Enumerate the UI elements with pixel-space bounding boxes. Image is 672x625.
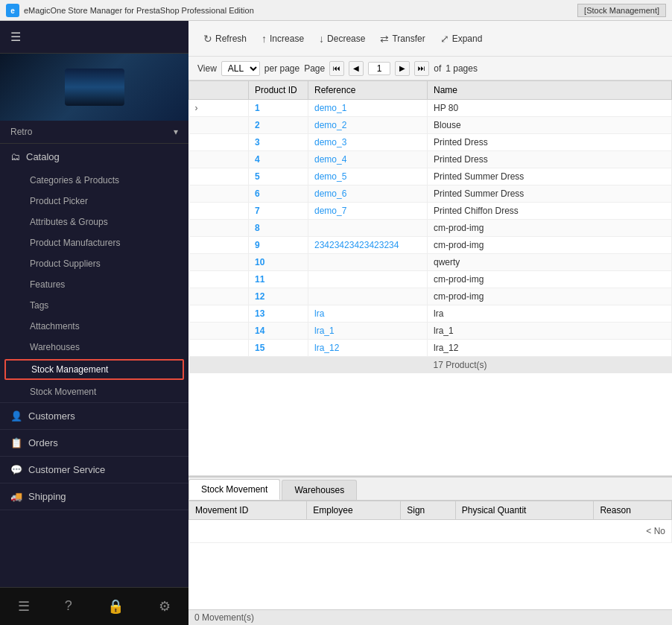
theme-selector[interactable]: Retro ▾ — [0, 121, 188, 144]
decrease-icon: ↓ — [319, 33, 324, 45]
per-page-select[interactable]: ALL 10 20 50 — [221, 61, 260, 76]
last-page-button[interactable]: ⏭ — [414, 61, 429, 76]
orders-icon: 📋 — [10, 437, 22, 448]
catalog-header[interactable]: 🗂 Catalog — [0, 144, 188, 170]
sidebar-item-stock-management[interactable]: Stock Management — [4, 359, 184, 380]
sidebar-item-attributes-groups[interactable]: Attributes & Groups — [0, 212, 188, 232]
sidebar-header: ☰ — [0, 21, 188, 54]
col-product-id — [189, 81, 249, 100]
table-row[interactable]: 10qwerty — [189, 254, 672, 271]
cell-reference: 23423423423423234 — [308, 237, 428, 254]
table-row[interactable]: 12cm-prod-img — [189, 288, 672, 305]
cell-reference: demo_2 — [308, 117, 428, 134]
table-row[interactable]: 14lra_1lra_1 — [189, 323, 672, 340]
sidebar-section-customers: 👤 Customers — [0, 403, 188, 430]
cell-name: Printed Summer Dress — [428, 168, 672, 185]
shipping-header[interactable]: 🚚 Shipping — [0, 483, 188, 510]
sidebar-item-product-manufacturers[interactable]: Product Manufacturers — [0, 232, 188, 253]
col-name: Name — [428, 81, 672, 100]
sidebar-bottom: ☰ ? 🔒 ⚙ — [0, 587, 188, 625]
sidebar-item-stock-movement[interactable]: Stock Movement — [0, 381, 188, 402]
bottom-settings-icon[interactable]: ⚙ — [153, 595, 177, 618]
shipping-icon: 🚚 — [10, 491, 22, 502]
page-input[interactable] — [368, 62, 390, 75]
increase-button[interactable]: ↑ Increase — [256, 30, 310, 48]
transfer-button[interactable]: ⇄ Transfer — [374, 30, 431, 48]
decrease-button[interactable]: ↓ Decrease — [313, 30, 371, 48]
table-row[interactable]: 6demo_6Printed Summer Dress — [189, 185, 672, 203]
expand-cell — [189, 323, 249, 340]
table-row[interactable]: 11cm-prod-img — [189, 271, 672, 288]
product-table-area: Product ID Reference Name ›1demo_1HP 802… — [188, 80, 672, 476]
of-label: of — [434, 63, 441, 74]
shipping-label: Shipping — [28, 491, 66, 502]
tab-warehouses[interactable]: Warehouses — [282, 480, 357, 500]
prev-page-button[interactable]: ◀ — [349, 61, 364, 76]
expand-row-icon[interactable]: › — [195, 103, 198, 113]
expand-cell — [189, 220, 249, 237]
cell-product-id: 2 — [249, 117, 308, 134]
expand-icon: ⤢ — [440, 33, 449, 45]
cell-reference: demo_4 — [308, 151, 428, 168]
tab-stock-movement[interactable]: Stock Movement — [188, 479, 280, 500]
customers-header[interactable]: 👤 Customers — [0, 403, 188, 429]
total-pages: 1 pages — [446, 63, 478, 74]
refresh-button[interactable]: ↻ Refresh — [197, 30, 253, 48]
bottom-table-area: Movement ID Employee Sign Physical Quant… — [188, 501, 672, 609]
cell-name: cm-prod-img — [428, 237, 672, 254]
cell-product-id: 4 — [249, 151, 308, 168]
sidebar-item-attachments[interactable]: Attachments — [0, 316, 188, 337]
col-physical-quantity: Physical Quantit — [455, 501, 594, 520]
table-row[interactable]: 4demo_4Printed Dress — [189, 151, 672, 168]
cell-reference: lra — [308, 305, 428, 323]
first-page-button[interactable]: ⏮ — [329, 61, 344, 76]
view-label: View — [197, 63, 217, 74]
expand-cell — [189, 271, 249, 288]
table-row[interactable]: 5demo_5Printed Summer Dress — [189, 168, 672, 185]
hamburger-icon[interactable]: ☰ — [10, 30, 21, 44]
cell-name: cm-prod-img — [428, 288, 672, 305]
table-row[interactable]: 923423423423423234cm-prod-img — [189, 237, 672, 254]
bottom-lock-icon[interactable]: 🔒 — [101, 595, 130, 618]
sidebar-item-features[interactable]: Features — [0, 274, 188, 295]
expand-cell: › — [189, 100, 249, 117]
sidebar-item-product-picker[interactable]: Product Picker — [0, 191, 188, 212]
cell-name: lra_1 — [428, 323, 672, 340]
expand-cell — [189, 305, 249, 323]
orders-label: Orders — [28, 437, 58, 448]
cell-product-id: 12 — [249, 288, 308, 305]
svg-text:e: e — [10, 7, 15, 15]
bottom-menu-icon[interactable]: ☰ — [12, 595, 36, 618]
cell-reference: demo_5 — [308, 168, 428, 185]
expand-cell — [189, 340, 249, 357]
table-row[interactable]: 3demo_3Printed Dress — [189, 134, 672, 151]
cell-reference — [308, 271, 428, 288]
next-page-button[interactable]: ▶ — [395, 61, 410, 76]
cell-product-id: 5 — [249, 168, 308, 185]
cell-name: Printed Dress — [428, 151, 672, 168]
table-row[interactable]: 7demo_7Printed Chiffon Dress — [189, 203, 672, 220]
cell-name: HP 80 — [428, 100, 672, 117]
cell-product-id: 3 — [249, 134, 308, 151]
orders-header[interactable]: 📋 Orders — [0, 430, 188, 456]
bottom-help-icon[interactable]: ? — [59, 595, 78, 618]
table-row[interactable]: ›1demo_1HP 80 — [189, 100, 672, 117]
col-movement-id: Movement ID — [189, 501, 307, 520]
sidebar-item-product-suppliers[interactable]: Product Suppliers — [0, 253, 188, 274]
table-row[interactable]: 2demo_2Blouse — [189, 117, 672, 134]
sidebar-item-tags[interactable]: Tags — [0, 295, 188, 316]
table-row[interactable]: 8cm-prod-img — [189, 220, 672, 237]
expand-button[interactable]: ⤢ Expand — [434, 30, 489, 48]
customer-service-header[interactable]: 💬 Customer Service — [0, 457, 188, 483]
table-row[interactable]: 15lra_12lra_12 — [189, 340, 672, 357]
expand-cell — [189, 203, 249, 220]
sidebar-item-warehouses[interactable]: Warehouses — [0, 337, 188, 358]
cell-name: Blouse — [428, 117, 672, 134]
sidebar-section-shipping: 🚚 Shipping — [0, 483, 188, 510]
table-row[interactable]: 13lralra — [189, 305, 672, 323]
cell-product-id: 11 — [249, 271, 308, 288]
sidebar-section-orders: 📋 Orders — [0, 430, 188, 457]
customers-label: Customers — [28, 410, 75, 422]
expand-cell — [189, 134, 249, 151]
sidebar-item-categories-products[interactable]: Categories & Products — [0, 170, 188, 191]
